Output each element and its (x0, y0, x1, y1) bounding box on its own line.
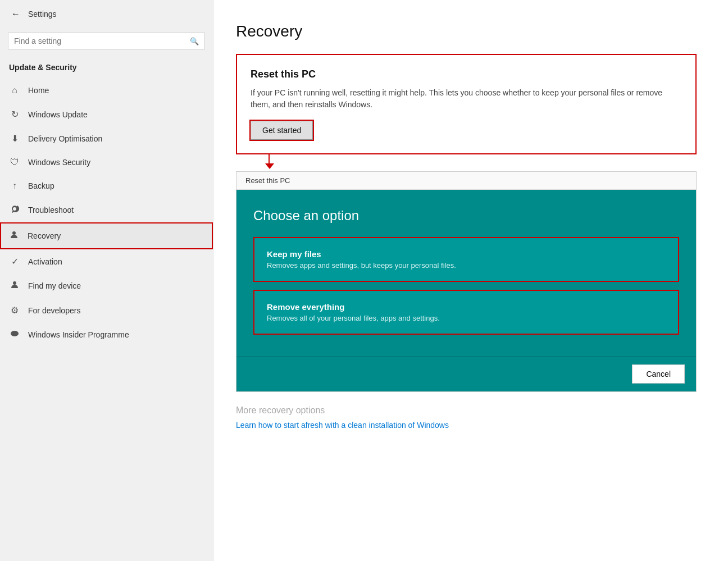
reset-dialog-header: Reset this PC (236, 172, 696, 190)
cancel-button[interactable]: Cancel (632, 364, 685, 384)
svg-point-1 (13, 281, 16, 285)
find-my-device-icon (9, 280, 20, 291)
remove-everything-desc: Removes all of your personal files, apps… (267, 314, 666, 322)
sidebar-item-label: Delivery Optimisation (28, 134, 102, 143)
developers-icon: ⚙ (9, 305, 20, 316)
sidebar-item-label: Activation (28, 257, 62, 266)
sidebar-item-label: Home (28, 86, 49, 95)
reset-pc-description: If your PC isn't running well, resetting… (251, 87, 682, 111)
sidebar-item-windows-security[interactable]: 🛡 Windows Security (0, 150, 213, 174)
activation-icon: ✓ (9, 256, 20, 267)
sidebar-item-label: Find my device (28, 281, 81, 290)
insider-icon (9, 329, 20, 340)
reset-dialog-body: Choose an option Keep my files Removes a… (236, 190, 696, 356)
sidebar-item-label: Recovery (28, 231, 61, 240)
sidebar-item-label: Windows Security (28, 158, 90, 167)
sidebar-item-for-developers[interactable]: ⚙ For developers (0, 298, 213, 322)
sidebar-item-home[interactable]: ⌂ Home (0, 79, 213, 102)
delivery-icon: ⬇ (9, 133, 20, 144)
section-title: Update & Security (0, 58, 213, 79)
sidebar-item-activation[interactable]: ✓ Activation (0, 249, 213, 273)
sidebar-item-windows-insider[interactable]: Windows Insider Programme (0, 322, 213, 347)
more-recovery-section: More recovery options Learn how to start… (236, 392, 697, 430)
reset-dialog-footer: Cancel (236, 356, 696, 391)
sidebar-item-label: Backup (28, 181, 54, 190)
choose-option-title: Choose an option (253, 208, 679, 224)
search-box[interactable]: 🔍 (8, 33, 205, 49)
sidebar-item-delivery-optimisation[interactable]: ⬇ Delivery Optimisation (0, 126, 213, 150)
learn-link[interactable]: Learn how to start afresh with a clean i… (236, 421, 449, 430)
sidebar-item-windows-update[interactable]: ↻ Windows Update (0, 102, 213, 126)
sidebar-item-recovery[interactable]: Recovery (0, 222, 213, 249)
sidebar-item-label: Windows Update (28, 110, 88, 119)
main-content: Recovery Reset this PC If your PC isn't … (213, 0, 728, 561)
sidebar-item-label: Troubleshoot (28, 206, 74, 215)
back-button[interactable]: ← (9, 7, 22, 21)
sidebar-item-find-my-device[interactable]: Find my device (0, 273, 213, 298)
keep-files-desc: Removes apps and settings, but keeps you… (267, 261, 666, 270)
page-title: Recovery (236, 22, 706, 40)
search-icon: 🔍 (190, 37, 199, 45)
keep-files-title: Keep my files (267, 249, 666, 259)
sidebar-item-troubleshoot[interactable]: Troubleshoot (0, 198, 213, 222)
sidebar: ← Settings 🔍 Update & Security ⌂ Home ↻ … (0, 0, 213, 561)
reset-pc-section: Reset this PC If your PC isn't running w… (236, 54, 697, 154)
sidebar-item-backup[interactable]: ↑ Backup (0, 174, 213, 198)
more-recovery-title: More recovery options (236, 405, 697, 416)
get-started-button[interactable]: Get started (251, 121, 313, 140)
sidebar-item-label: For developers (28, 306, 80, 315)
keep-my-files-option[interactable]: Keep my files Removes apps and settings,… (253, 237, 679, 282)
troubleshoot-icon (9, 204, 20, 216)
titlebar: ← Settings (0, 0, 213, 28)
remove-everything-title: Remove everything (267, 302, 666, 312)
security-icon: 🛡 (9, 157, 20, 167)
remove-everything-option[interactable]: Remove everything Removes all of your pe… (253, 290, 679, 335)
windows-update-icon: ↻ (9, 109, 20, 120)
reset-dialog: Reset this PC Choose an option Keep my f… (236, 171, 697, 392)
search-input[interactable] (14, 37, 185, 45)
backup-icon: ↑ (9, 181, 20, 191)
home-icon: ⌂ (9, 85, 20, 95)
recovery-icon (8, 230, 20, 241)
reset-pc-title: Reset this PC (251, 69, 682, 80)
svg-point-0 (12, 231, 16, 235)
sidebar-item-label: Windows Insider Programme (28, 330, 129, 339)
svg-point-3 (13, 332, 16, 335)
settings-title: Settings (28, 10, 57, 19)
